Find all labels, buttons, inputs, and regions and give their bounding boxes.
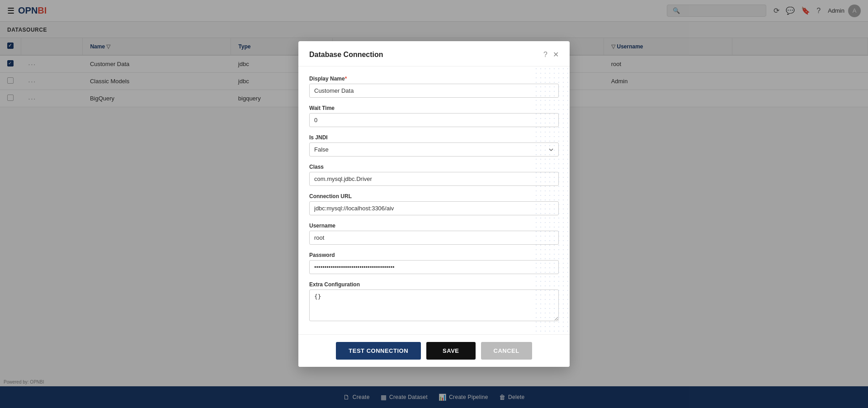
wait-time-label: Wait Time [309, 105, 559, 111]
display-name-input[interactable] [309, 84, 559, 98]
connection-url-input[interactable] [309, 201, 559, 215]
password-label: Password [309, 252, 559, 258]
password-group: Password [309, 252, 559, 274]
class-group: Class [309, 164, 559, 186]
modal-body: Display Name* Wait Time Is JNDI False Tr… [298, 66, 570, 334]
class-label: Class [309, 164, 559, 170]
class-input[interactable] [309, 172, 559, 186]
modal-footer: TEST CONNECTION SAVE CANCEL [298, 334, 570, 367]
username-input[interactable] [309, 231, 559, 245]
extra-config-label: Extra Configuration [309, 281, 559, 288]
save-button[interactable]: SAVE [426, 342, 475, 360]
is-jndi-select[interactable]: False True [309, 142, 559, 157]
display-name-label: Display Name* [309, 76, 559, 82]
extra-config-textarea[interactable]: {} [309, 289, 559, 321]
password-input[interactable] [309, 260, 559, 274]
cancel-button[interactable]: CANCEL [481, 342, 532, 360]
modal-header: Database Connection ? ✕ [298, 41, 570, 66]
connection-url-group: Connection URL [309, 193, 559, 215]
database-connection-modal: Database Connection ? ✕ Display Name* Wa… [298, 41, 570, 367]
required-marker: * [345, 76, 347, 82]
username-group: Username [309, 223, 559, 245]
modal-help-icon[interactable]: ? [543, 51, 547, 59]
username-field-label: Username [309, 223, 559, 229]
modal-overlay[interactable]: Database Connection ? ✕ Display Name* Wa… [0, 0, 868, 408]
wait-time-input[interactable] [309, 113, 559, 127]
is-jndi-label: Is JNDI [309, 134, 559, 141]
connection-url-label: Connection URL [309, 193, 559, 199]
display-name-group: Display Name* [309, 76, 559, 98]
modal-header-icons: ? ✕ [543, 50, 559, 59]
extra-config-group: Extra Configuration {} [309, 281, 559, 323]
is-jndi-group: Is JNDI False True [309, 134, 559, 157]
modal-title: Database Connection [309, 51, 383, 59]
modal-close-icon[interactable]: ✕ [553, 50, 559, 59]
test-connection-button[interactable]: TEST CONNECTION [336, 342, 421, 360]
wait-time-group: Wait Time [309, 105, 559, 127]
